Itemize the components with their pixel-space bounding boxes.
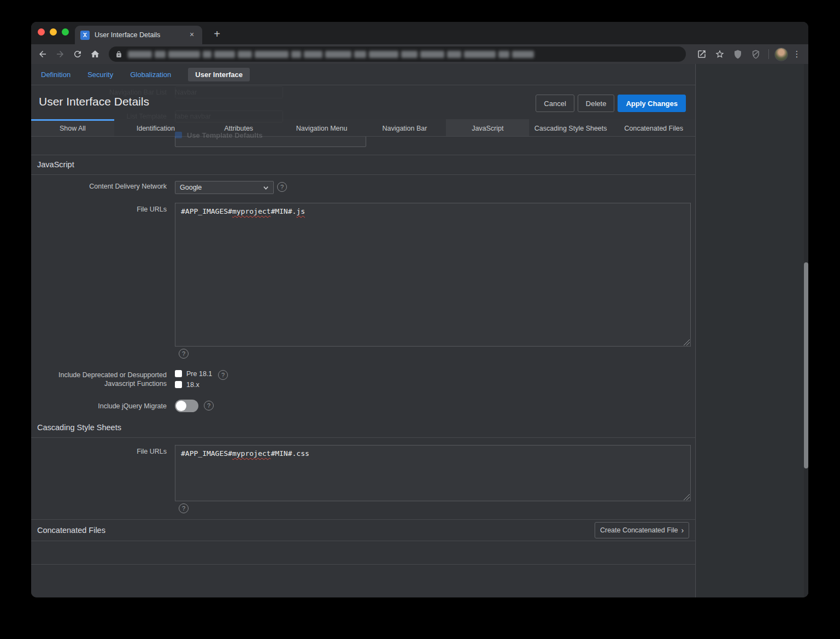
- nav-link-security[interactable]: Security: [87, 71, 113, 79]
- forward-icon[interactable]: [52, 46, 68, 62]
- chevron-down-icon: [263, 185, 269, 191]
- concat-section-title: Concatenated Files: [37, 526, 105, 535]
- checkbox-pre-18-1-label: Pre 18.1: [186, 370, 212, 378]
- javascript-section-header: JavaScript: [31, 155, 695, 175]
- ghost-select-2: [175, 110, 283, 122]
- tab-close-icon[interactable]: ×: [187, 30, 197, 40]
- minimize-window-button[interactable]: [50, 28, 57, 36]
- page-gutter: [696, 64, 808, 597]
- cdn-select[interactable]: Google: [175, 181, 274, 194]
- nav-link-definition[interactable]: Definition: [41, 71, 71, 79]
- cdn-select-value: Google: [180, 184, 263, 191]
- css-file-urls-help-icon[interactable]: ?: [179, 503, 189, 513]
- main-panel: Definition Security Globalization User I…: [31, 64, 696, 597]
- browser-tab-title: User Interface Details: [95, 31, 187, 39]
- nav-link-globalization[interactable]: Globalization: [130, 71, 171, 79]
- back-icon[interactable]: [35, 46, 50, 62]
- apply-changes-button[interactable]: Apply Changes: [618, 95, 686, 112]
- create-concatenated-file-label: Create Concatenated File: [600, 526, 678, 534]
- css-url-part: #MIN#.css: [271, 449, 309, 458]
- tab-navigation-menu[interactable]: Navigation Menu: [280, 119, 363, 136]
- tab-show-all[interactable]: Show All: [31, 119, 114, 136]
- section-tabbar: Show All Identification Attributes Navig…: [31, 119, 695, 137]
- jquery-migrate-toggle[interactable]: [175, 400, 198, 412]
- toolbar-separator: [768, 49, 769, 59]
- privacy-extension-icon[interactable]: [748, 46, 763, 62]
- js-file-urls-textarea[interactable]: #APP_IMAGES#myproject#MIN#.js: [175, 203, 691, 347]
- chevron-right-icon: ›: [681, 526, 684, 535]
- resize-handle[interactable]: [684, 494, 690, 500]
- cancel-button[interactable]: Cancel: [536, 95, 574, 112]
- css-file-urls-textarea[interactable]: #APP_IMAGES#myproject#MIN#.css: [175, 445, 691, 501]
- bookmark-star-icon[interactable]: [712, 46, 727, 62]
- page-title: User Interface Details: [39, 95, 149, 108]
- deprecated-label: Include Deprecated or Desupported Javasc…: [31, 371, 167, 388]
- address-bar[interactable]: [109, 46, 686, 62]
- ghost-select-1: [175, 86, 283, 98]
- apex-favicon-icon: [80, 31, 90, 40]
- header-buttons: Cancel Delete Apply Changes: [536, 95, 686, 112]
- tab-cascading-style-sheets[interactable]: Cascading Style Sheets: [529, 119, 612, 136]
- toolbar-right-icons: ⋮: [691, 46, 803, 62]
- jquery-migrate-help-icon[interactable]: ?: [204, 401, 214, 411]
- home-icon[interactable]: [87, 46, 103, 62]
- deprecated-label-line2: Javascript Functions: [104, 380, 167, 388]
- tab-navigation-bar[interactable]: Navigation Bar: [363, 119, 447, 136]
- css-url-part-misspelled: myproject: [232, 449, 271, 458]
- ublock-extension-icon[interactable]: [730, 46, 745, 62]
- zoom-window-button[interactable]: [62, 28, 69, 36]
- ghost-checkbox: [175, 132, 182, 138]
- checkbox-pre-18-1[interactable]: [175, 370, 182, 377]
- browser-toolbar: ⋮: [31, 44, 808, 64]
- redacted-url: [128, 51, 534, 58]
- css-url-part: #APP_IMAGES#: [181, 449, 232, 458]
- css-section-title: Cascading Style Sheets: [37, 423, 121, 432]
- jquery-migrate-label: Include jQuery Migrate: [31, 402, 167, 410]
- scrollbar-track[interactable]: [804, 64, 808, 597]
- close-window-button[interactable]: [38, 28, 45, 36]
- deprecated-help-icon[interactable]: ?: [218, 370, 228, 380]
- browser-tab[interactable]: User Interface Details ×: [75, 26, 202, 44]
- tab-concatenated-files[interactable]: Concatenated Files: [612, 119, 695, 136]
- toggle-knob: [176, 401, 186, 411]
- divider: [31, 564, 695, 565]
- scrollbar-thumb[interactable]: [804, 262, 808, 468]
- js-url-part-misspelled: myproject: [232, 207, 271, 215]
- ghost-use-template-defaults: Use Template Defaults: [187, 131, 262, 139]
- cdn-help-icon[interactable]: ?: [277, 182, 287, 192]
- browser-window: User Interface Details × +: [31, 22, 808, 597]
- delete-button[interactable]: Delete: [578, 95, 615, 112]
- browser-tabstrip: User Interface Details × +: [31, 22, 808, 44]
- page-content: Definition Security Globalization User I…: [31, 64, 808, 597]
- profile-avatar[interactable]: [774, 48, 788, 61]
- page-header: Navigation Bar List Navbar List Template…: [31, 85, 695, 119]
- js-url-part: #APP_IMAGES#: [181, 207, 232, 215]
- resize-handle[interactable]: [684, 339, 690, 345]
- browser-menu-icon[interactable]: ⋮: [791, 49, 802, 59]
- ghost-label-list-template: List Template: [31, 113, 167, 120]
- deprecated-label-line1: Include Deprecated or Desupported: [58, 371, 167, 379]
- lock-icon: [115, 51, 122, 58]
- create-concatenated-file-button[interactable]: Create Concatenated File ›: [595, 522, 689, 538]
- reload-icon[interactable]: [70, 46, 85, 62]
- js-file-urls-label: File URLs: [31, 206, 167, 213]
- checkbox-18x[interactable]: [175, 381, 182, 388]
- css-section-header: Cascading Style Sheets: [31, 418, 695, 438]
- checkbox-18x-label: 18.x: [186, 381, 199, 389]
- tab-javascript[interactable]: JavaScript: [446, 119, 529, 136]
- app-nav-row: Definition Security Globalization User I…: [31, 64, 695, 85]
- new-tab-button[interactable]: +: [209, 27, 225, 42]
- js-url-part: #MIN#.: [271, 207, 296, 215]
- js-url-part-misspelled: js: [296, 207, 305, 215]
- css-file-urls-label: File URLs: [31, 448, 167, 455]
- javascript-section-title: JavaScript: [37, 160, 74, 169]
- share-icon[interactable]: [694, 46, 709, 62]
- cdn-label: Content Delivery Network: [31, 183, 167, 190]
- nav-link-user-interface-active[interactable]: User Interface: [188, 68, 250, 81]
- js-file-urls-help-icon[interactable]: ?: [179, 349, 189, 359]
